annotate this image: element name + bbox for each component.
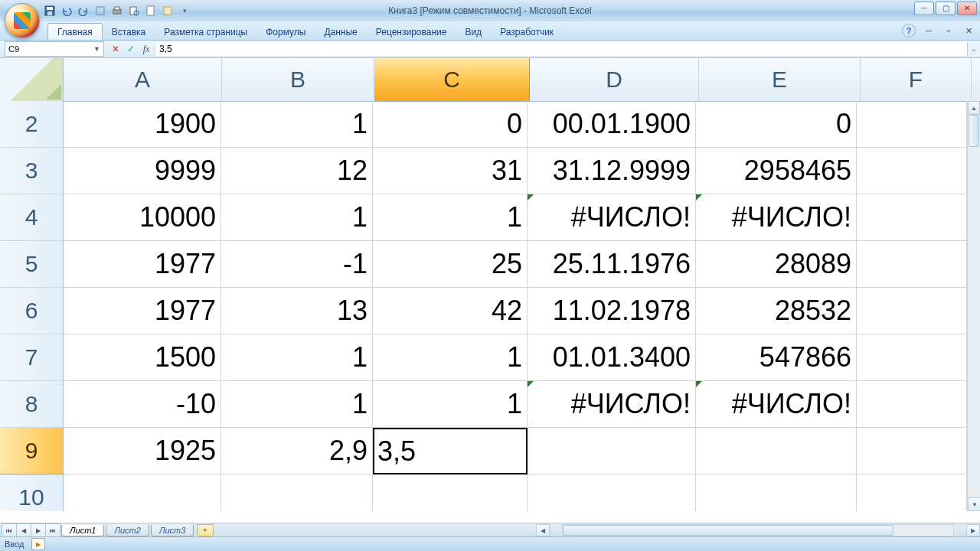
formula-expand-icon[interactable]: ⌄ (967, 42, 980, 56)
cell-E5[interactable]: 28089 (696, 241, 857, 288)
sheet-tab-1[interactable]: Лист2 (106, 525, 149, 536)
ribbon-tab-7[interactable]: Разработчик (491, 24, 563, 40)
cell-B6[interactable]: 13 (221, 288, 373, 334)
column-header-D[interactable]: D (530, 58, 699, 101)
column-header-F[interactable]: F (861, 58, 972, 101)
office-button[interactable] (5, 3, 40, 38)
ribbon-tab-3[interactable]: Формулы (256, 24, 315, 40)
cell-C9[interactable]: 3,5 (373, 428, 528, 474)
cell-A6[interactable]: 1977 (64, 288, 221, 334)
cell-D4[interactable]: #ЧИСЛО! (528, 194, 696, 241)
sheet-nav-first-icon[interactable]: ⏮ (2, 523, 17, 537)
new-icon[interactable] (144, 4, 158, 18)
cancel-icon[interactable]: ✕ (109, 42, 122, 56)
maximize-button[interactable]: ▢ (936, 2, 956, 15)
cell-B3[interactable]: 12 (221, 148, 373, 194)
scroll-left-icon[interactable]: ◀ (536, 524, 550, 536)
close-button[interactable]: ✕ (957, 2, 977, 15)
formula-input[interactable] (156, 42, 967, 56)
cell-A2[interactable]: 1900 (64, 101, 221, 148)
ribbon-tab-2[interactable]: Разметка страницы (155, 24, 256, 40)
cell-F8[interactable] (857, 381, 967, 428)
cell-E10[interactable] (696, 474, 857, 511)
row-header-8[interactable]: 8 (0, 381, 64, 428)
cell-D2[interactable]: 00.01.1900 (528, 101, 696, 148)
cell-B5[interactable]: -1 (221, 241, 373, 288)
print-icon[interactable] (110, 4, 124, 18)
column-header-B[interactable]: B (222, 58, 374, 101)
cell-F5[interactable] (857, 241, 967, 288)
cell-F4[interactable] (857, 194, 967, 241)
fx-icon[interactable]: fx (139, 42, 153, 56)
row-header-7[interactable]: 7 (0, 334, 64, 381)
column-header-C[interactable]: C (374, 58, 530, 101)
sheet-nav-next-icon[interactable]: ▶ (31, 523, 46, 537)
cell-B10[interactable] (221, 474, 373, 511)
cell-B9[interactable]: 2,9 (221, 428, 373, 474)
qat-dropdown-icon[interactable]: ▾ (178, 4, 191, 18)
name-box[interactable]: C9 ▼ (5, 41, 104, 57)
cell-B2[interactable]: 1 (221, 101, 373, 148)
enter-icon[interactable]: ✓ (124, 42, 138, 56)
cell-D5[interactable]: 25.11.1976 (528, 241, 696, 288)
cell-A10[interactable] (64, 474, 221, 511)
column-header-A[interactable]: A (64, 58, 222, 101)
grid-body[interactable]: 219001000.01.1900039999123131.12.9999295… (0, 101, 968, 511)
cell-D10[interactable] (528, 474, 696, 511)
sheet-tab-2[interactable]: Лист3 (151, 525, 194, 536)
cell-E3[interactable]: 2958465 (696, 148, 857, 194)
cell-A7[interactable]: 1500 (64, 334, 221, 381)
column-header-E[interactable]: E (699, 58, 861, 101)
scroll-right-icon[interactable]: ▶ (966, 524, 980, 536)
redo-icon[interactable] (77, 4, 90, 18)
undo-icon[interactable] (60, 4, 74, 18)
ribbon-close-button[interactable]: ✕ (962, 24, 975, 37)
cell-C7[interactable]: 1 (373, 334, 528, 381)
ribbon-tab-1[interactable]: Вставка (103, 24, 155, 40)
ribbon-tab-6[interactable]: Вид (456, 24, 491, 40)
new-sheet-icon[interactable]: ✦ (197, 524, 214, 536)
chevron-down-icon[interactable]: ▼ (93, 45, 100, 53)
vertical-scrollbar[interactable]: ▲ ▼ (967, 101, 980, 511)
cell-E9[interactable] (696, 428, 857, 474)
ribbon-minimize-button[interactable]: ─ (922, 24, 936, 37)
qat-icon[interactable] (93, 4, 107, 18)
cell-C5[interactable]: 25 (373, 241, 528, 288)
cell-C2[interactable]: 0 (373, 101, 528, 148)
cell-E7[interactable]: 547866 (696, 334, 857, 381)
row-header-6[interactable]: 6 (0, 288, 64, 334)
sheet-nav-last-icon[interactable]: ⏭ (45, 523, 60, 537)
cell-A3[interactable]: 9999 (64, 148, 221, 194)
cell-C4[interactable]: 1 (373, 194, 528, 241)
select-all-corner[interactable] (0, 58, 64, 101)
cell-D9[interactable] (528, 428, 696, 474)
preview-icon[interactable] (127, 4, 141, 18)
row-header-3[interactable]: 3 (0, 148, 64, 194)
cell-F2[interactable] (857, 101, 967, 148)
row-header-4[interactable]: 4 (0, 194, 64, 241)
minimize-button[interactable]: ─ (914, 2, 934, 15)
help-icon[interactable]: ? (902, 24, 916, 37)
ribbon-tab-4[interactable]: Данные (315, 24, 366, 40)
cell-C10[interactable] (373, 474, 528, 511)
cell-E4[interactable]: #ЧИСЛО! (696, 194, 857, 241)
cell-E8[interactable]: #ЧИСЛО! (696, 381, 857, 428)
ribbon-tab-5[interactable]: Рецензирование (367, 24, 456, 40)
cell-D6[interactable]: 11.02.1978 (528, 288, 696, 334)
cell-F9[interactable] (857, 428, 967, 474)
cell-D8[interactable]: #ЧИСЛО! (528, 381, 696, 428)
cell-F10[interactable] (857, 474, 967, 511)
sheet-nav-prev-icon[interactable]: ◀ (16, 523, 31, 537)
row-header-9[interactable]: 9 (0, 428, 64, 474)
row-header-10[interactable]: 10 (0, 474, 64, 511)
cell-F6[interactable] (857, 288, 967, 334)
ribbon-restore-button[interactable]: ▫ (942, 24, 956, 37)
ribbon-tab-0[interactable]: Главная (47, 23, 103, 40)
cell-D3[interactable]: 31.12.9999 (528, 148, 696, 194)
hscroll-thumb[interactable] (563, 525, 893, 536)
row-header-5[interactable]: 5 (0, 241, 64, 288)
cell-C3[interactable]: 31 (373, 148, 528, 194)
scroll-thumb[interactable] (969, 115, 979, 147)
scroll-up-icon[interactable]: ▲ (968, 101, 980, 115)
cell-D7[interactable]: 01.01.3400 (528, 334, 696, 381)
